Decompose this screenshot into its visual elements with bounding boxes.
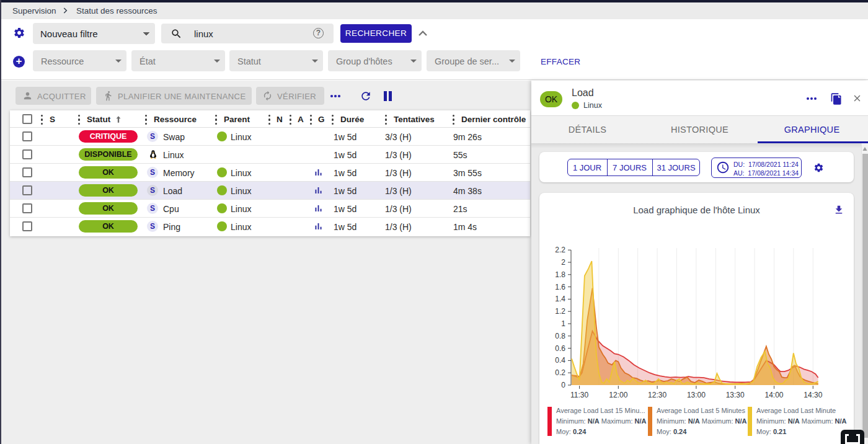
svg-text:1: 1 [561,319,565,328]
svg-text:2.2: 2.2 [555,246,565,254]
svg-text:13:30: 13:30 [726,391,745,399]
svg-text:14:00: 14:00 [764,391,783,399]
svg-text:13:00: 13:00 [687,391,706,399]
svg-text:0.2: 0.2 [555,368,565,377]
svg-text:12:30: 12:30 [648,391,666,399]
svg-text:1.8: 1.8 [555,270,565,279]
svg-text:0: 0 [561,381,565,389]
svg-text:1.4: 1.4 [555,295,565,303]
svg-text:1.2: 1.2 [555,307,565,316]
svg-text:14:30: 14:30 [804,391,822,399]
svg-text:0.8: 0.8 [555,332,565,340]
svg-text:12:00: 12:00 [609,391,627,399]
svg-text:0.6: 0.6 [555,344,565,353]
svg-text:11:30: 11:30 [570,391,588,399]
svg-text:0.4: 0.4 [555,356,565,365]
svg-text:1.6: 1.6 [555,283,565,291]
svg-text:2: 2 [561,258,565,267]
